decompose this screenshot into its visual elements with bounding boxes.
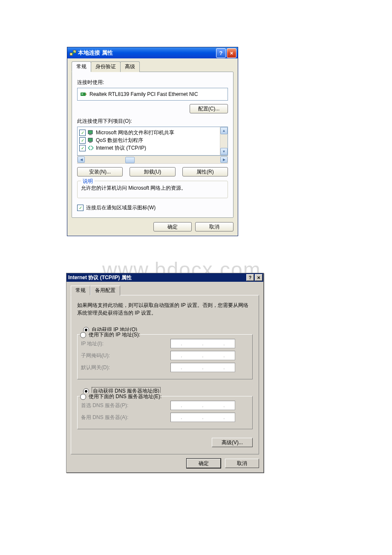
subnet-mask-input[interactable]: ... (170, 351, 235, 360)
close-button[interactable]: × (227, 48, 236, 58)
show-icon-label: 连接后在通知区域显示图标(W) (86, 204, 156, 211)
help-button[interactable]: ? (216, 48, 226, 58)
alternate-dns-input[interactable]: ... (170, 413, 235, 422)
advanced-button[interactable]: 高级(V)... (212, 438, 253, 447)
list-item-label: Internet 协议 (TCP/IP) (96, 145, 146, 152)
ip-address-label: IP 地址(I): (81, 340, 166, 347)
description-text: 如果网络支持此功能，则可以获取自动指派的 IP 设置。否则，您需要从网络系统管理… (77, 301, 253, 317)
svg-rect-4 (81, 93, 83, 95)
help-button[interactable]: ? (246, 274, 254, 281)
service-icon (87, 137, 94, 143)
protocol-icon (87, 145, 94, 151)
uninstall-button[interactable]: 卸载(U) (130, 167, 175, 176)
preferred-dns-input[interactable]: ... (170, 401, 235, 410)
list-item[interactable]: ✓ QoS 数据包计划程序 (79, 136, 219, 144)
titlebar[interactable]: Internet 协议 (TCP/IP) 属性 ? ✕ (66, 273, 263, 282)
vertical-scrollbar[interactable]: ▲ ▼ (220, 127, 228, 155)
scrollbar-track[interactable] (85, 156, 220, 163)
scroll-left-icon[interactable]: ◀ (78, 156, 85, 163)
description-group-title: 说明 (81, 178, 95, 185)
tab-authentication[interactable]: 身份验证 (91, 61, 121, 72)
tab-advanced[interactable]: 高级 (120, 61, 140, 72)
svg-rect-7 (89, 134, 92, 135)
manual-dns-group: 使用下面的 DNS 服务器地址(E): 首选 DNS 服务器(P): ... 备… (77, 396, 253, 429)
scroll-up-icon[interactable]: ▲ (220, 127, 228, 134)
horizontal-scrollbar[interactable]: ◀ ▶ (77, 156, 228, 164)
adapter-name: Realtek RTL8139 Family PCI Fast Ethernet… (89, 91, 198, 97)
manual-ip-label: 使用下面的 IP 地址(S): (89, 331, 140, 338)
description-text: 允许您的计算机访问 Microsoft 网络上的资源。 (81, 185, 224, 192)
svg-rect-8 (88, 138, 92, 142)
cancel-button[interactable]: 取消 (225, 459, 259, 468)
scroll-right-icon[interactable]: ▶ (220, 156, 228, 163)
tab-general[interactable]: 常规 (72, 61, 91, 72)
checkbox[interactable]: ✓ (79, 145, 86, 151)
tab-general[interactable]: 常规 (71, 286, 90, 295)
service-icon (87, 130, 94, 136)
network-components-list[interactable]: ✓ Microsoft 网络的文件和打印机共享 ✓ QoS 数据包计划程序 ✓ … (77, 127, 228, 156)
list-item[interactable]: ✓ Microsoft 网络的文件和打印机共享 (79, 129, 219, 136)
network-connection-icon (69, 49, 76, 56)
local-area-connection-properties-dialog: 本地连接 属性 ? × 常规 身份验证 高级 连接时使用: Realtek RT… (67, 47, 238, 236)
tcpip-properties-dialog: Internet 协议 (TCP/IP) 属性 ? ✕ 常规 备用配置 如果网络… (66, 273, 264, 473)
checkbox[interactable]: ✓ (79, 130, 86, 136)
dialog-title: Internet 协议 (TCP/IP) 属性 (68, 274, 245, 281)
install-button[interactable]: 安装(N)... (77, 167, 123, 176)
svg-rect-0 (70, 53, 72, 55)
configure-button[interactable]: 配置(C)... (190, 104, 228, 113)
svg-rect-6 (88, 130, 92, 134)
list-item-label: Microsoft 网络的文件和打印机共享 (96, 129, 174, 136)
network-adapter-icon (80, 91, 87, 97)
scroll-down-icon[interactable]: ▼ (220, 148, 228, 155)
ip-address-input[interactable]: ... (170, 339, 235, 348)
manual-ip-radio[interactable] (80, 332, 86, 338)
ok-button[interactable]: 确定 (187, 459, 221, 468)
checkbox[interactable]: ✓ (79, 137, 86, 144)
show-icon-checkbox[interactable]: ✓ (77, 205, 84, 211)
default-gateway-label: 默认网关(D): (81, 364, 166, 371)
tab-alternate-config[interactable]: 备用配置 (90, 286, 120, 295)
subnet-mask-label: 子网掩码(U): (81, 352, 166, 359)
preferred-dns-label: 首选 DNS 服务器(P): (81, 402, 166, 409)
description-groupbox: 说明 允许您的计算机访问 Microsoft 网络上的资源。 (77, 181, 228, 198)
cancel-button[interactable]: 取消 (195, 222, 233, 231)
titlebar[interactable]: 本地连接 属性 ? × (67, 47, 238, 58)
ok-button[interactable]: 确定 (153, 222, 192, 231)
svg-rect-5 (86, 93, 86, 95)
tab-strip: 常规 备用配置 (71, 286, 259, 295)
default-gateway-input[interactable]: ... (170, 363, 235, 372)
manual-dns-radio[interactable] (80, 394, 86, 400)
tab-strip: 常规 身份验证 高级 (72, 61, 233, 72)
close-button[interactable]: ✕ (255, 274, 262, 281)
scrollbar-thumb[interactable] (125, 157, 135, 163)
tab-panel-general: 如果网络支持此功能，则可以获取自动指派的 IP 设置。否则，您需要从网络系统管理… (71, 295, 259, 454)
properties-button[interactable]: 属性(R) (182, 167, 228, 176)
manual-ip-group: 使用下面的 IP 地址(S): IP 地址(I): ... 子网掩码(U): .… (77, 334, 253, 379)
connect-using-label: 连接时使用: (77, 79, 228, 86)
dialog-title: 本地连接 属性 (78, 49, 215, 57)
svg-rect-9 (89, 142, 92, 143)
tab-panel-general: 连接时使用: Realtek RTL8139 Family PCI Fast E… (72, 72, 233, 218)
items-used-label: 此连接使用下列项目(O): (77, 118, 228, 125)
list-item[interactable]: ✓ Internet 协议 (TCP/IP) (79, 144, 219, 152)
list-item-label: QoS 数据包计划程序 (96, 137, 143, 144)
alternate-dns-label: 备用 DNS 服务器(A): (81, 414, 166, 421)
adapter-field[interactable]: Realtek RTL8139 Family PCI Fast Ethernet… (77, 88, 228, 101)
manual-dns-label: 使用下面的 DNS 服务器地址(E): (89, 393, 161, 400)
